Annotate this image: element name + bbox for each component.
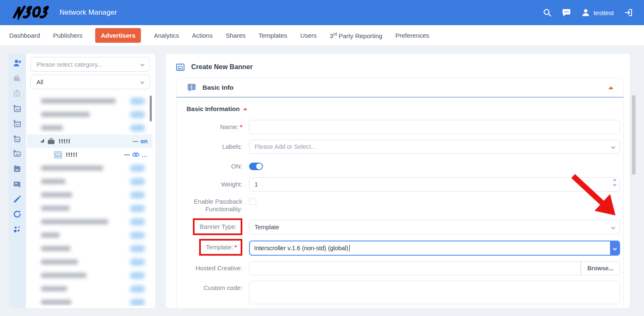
category-select-placeholder: Please select category... [36,61,102,68]
nav-dashboard[interactable]: Dashboard [9,32,40,39]
add-smart-banner-icon[interactable] [13,119,22,128]
add-simple-banner-icon[interactable] [13,134,22,143]
nav-shares[interactable]: Shares [226,32,246,39]
user-icon [581,8,590,17]
tree-item-banner-child[interactable]: !!!!! ... [27,148,153,161]
add-user-icon[interactable] [13,59,22,68]
nav-actions[interactable]: Actions [192,32,213,39]
link-icon[interactable] [132,152,140,158]
nav-templates[interactable]: Templates [259,32,287,39]
chevron-down-icon [140,62,145,67]
campaign-node-label: !!!!! [59,138,70,145]
drag-handle-icon[interactable] [132,141,138,142]
refresh-icon[interactable] [13,210,22,219]
tree-item-redacted[interactable] [27,215,153,228]
category-select[interactable]: Please select category... [30,57,150,72]
nav-reporting-num: 3 [330,32,333,39]
nav-publishers[interactable]: Publishers [53,32,82,39]
chat-icon[interactable] [562,8,571,17]
nav-reporting-rest: Party Reporting [337,32,382,39]
banner-node-icon [54,150,62,159]
more-actions[interactable]: ... [142,152,148,158]
tree-item-redacted[interactable] [27,94,153,108]
add-draft-campaign-icon[interactable]: D [13,89,22,98]
toggle-knob [256,163,262,169]
tree-scrollbar[interactable] [150,96,152,122]
weight-spinner[interactable] [613,179,616,186]
spinner-down-icon[interactable] [613,183,616,186]
group-title-text: Basic Information [187,105,240,112]
browse-button[interactable]: Browse... [581,261,620,275]
logout-icon[interactable] [624,8,633,17]
passback-label: Enable Passback Functionality: [187,197,249,213]
add-video-banner-icon[interactable] [13,149,22,158]
campaign-on-toggle[interactable]: on [140,138,148,145]
tree-item-redacted[interactable] [27,161,153,175]
required-marker: * [240,123,242,130]
collapse-caret-icon[interactable] [608,86,613,89]
add-banner-icon[interactable] [13,104,22,113]
tree-item-redacted[interactable] [27,175,153,188]
passback-checkbox[interactable] [249,198,256,205]
add-campaign-icon[interactable] [13,74,22,83]
text-cursor [349,245,350,251]
template-dropdown-button[interactable] [610,241,619,255]
section-title: Basic Info [203,84,234,91]
main-nav: Dashboard Publishers Advertisers Analyti… [0,25,644,46]
nav-users[interactable]: Users [300,32,317,39]
campaign-tree: !!!!! on !!!!! ... [27,94,153,306]
labels-placeholder: Please Add or Select... [254,143,316,150]
on-toggle[interactable] [249,163,263,170]
tree-item-redacted[interactable] [27,242,153,255]
tree-item-redacted[interactable] [27,269,153,282]
app-logo[interactable] [11,5,51,20]
template-select[interactable]: Interscroller v.1.6 (non-std) (global) [249,241,620,256]
basic-info-form: Basic Information Name:* Labels: Please … [177,98,623,306]
weight-label: Weight: [187,177,249,188]
group-icon[interactable] [13,225,22,234]
template-annotation-box: Template:* [199,239,242,256]
spinner-up-icon[interactable] [613,179,616,182]
name-input[interactable] [249,120,620,134]
banner-type-select[interactable]: Template [249,220,620,234]
labels-select[interactable]: Please Add or Select... [249,140,620,154]
tree-item-redacted[interactable] [27,121,153,135]
page-title: Create New Banner [191,63,253,71]
filter-select-value: All [36,79,43,85]
tree-item-redacted[interactable] [27,282,153,295]
chevron-down-icon [611,145,615,149]
tree-expander-icon[interactable] [40,139,44,142]
nav-3rd-party-reporting[interactable]: 3rd Party Reporting [330,32,382,39]
tree-item-redacted[interactable] [27,255,153,269]
search-icon[interactable] [543,8,552,17]
nav-analytics[interactable]: Analytics [154,32,179,39]
name-label: Name:* [187,120,249,131]
hosted-creative-input[interactable] [249,261,581,275]
campaign-tree-panel: Please select category... All !!!!! on !… [26,54,155,308]
nav-preferences[interactable]: Preferences [395,32,429,39]
briefcase-icon [47,137,55,145]
required-marker: * [234,243,237,251]
drag-handle-icon[interactable] [124,154,130,155]
tree-item-redacted[interactable] [27,202,153,215]
tree-item-redacted[interactable] [27,228,153,242]
edit-icon[interactable] [13,194,22,204]
add-image-banner-icon[interactable] [13,164,22,174]
banner-type-annotation-box: Banner Type: [193,218,242,235]
nav-advertisers[interactable]: Advertisers [95,28,141,43]
custom-code-textarea[interactable] [249,281,620,304]
logo-glyph [11,5,51,20]
info-icon [187,83,197,93]
group-title[interactable]: Basic Information [187,105,620,112]
basic-info-header[interactable]: Basic Info [177,78,623,98]
tree-item-redacted[interactable] [27,108,153,121]
add-card-icon[interactable] [13,179,22,189]
tree-item-campaign-selected[interactable]: !!!!! on [27,135,153,148]
user-menu[interactable]: testtest [581,8,614,17]
tree-item-redacted[interactable] [27,188,153,202]
weight-input[interactable] [249,177,620,192]
main-scrollbar[interactable] [632,95,636,175]
filter-select[interactable]: All [30,75,150,89]
template-label-cell: Template:* [187,241,249,256]
tree-item-redacted[interactable] [27,295,153,306]
